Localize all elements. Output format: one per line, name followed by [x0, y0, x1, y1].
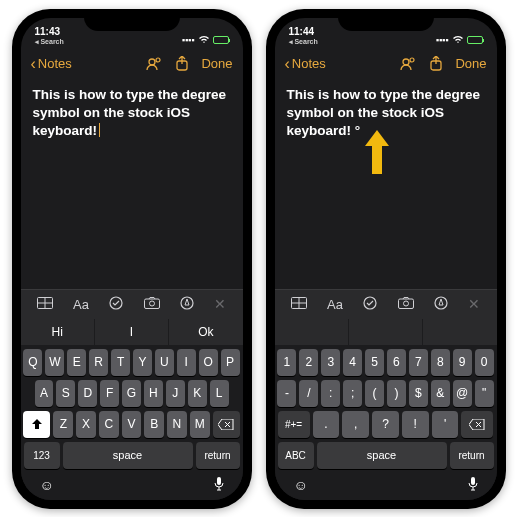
key-t[interactable]: T — [111, 349, 130, 376]
dictation-key[interactable] — [214, 477, 224, 494]
key-f[interactable]: F — [100, 380, 119, 407]
key-c[interactable]: C — [99, 411, 119, 438]
key-x[interactable]: X — [76, 411, 96, 438]
key-dash[interactable]: - — [277, 380, 296, 407]
svg-point-1 — [156, 58, 160, 62]
key-5[interactable]: 5 — [365, 349, 384, 376]
key-a[interactable]: A — [35, 380, 54, 407]
key-l[interactable]: L — [210, 380, 229, 407]
back-button[interactable]: ‹ Notes — [285, 55, 326, 73]
note-editor[interactable]: This is how to type the degree symbol on… — [21, 80, 243, 289]
status-search[interactable]: ◂ Search — [35, 38, 64, 46]
key-slash[interactable]: / — [299, 380, 318, 407]
svg-point-19 — [403, 301, 408, 306]
key-b[interactable]: B — [144, 411, 164, 438]
key-lparen[interactable]: ( — [365, 380, 384, 407]
text-format-icon[interactable]: Aa — [73, 297, 89, 312]
share-icon[interactable] — [429, 56, 443, 72]
done-button[interactable]: Done — [455, 56, 486, 71]
key-z[interactable]: Z — [53, 411, 73, 438]
key-m[interactable]: M — [190, 411, 210, 438]
suggestion-3[interactable] — [423, 319, 496, 345]
key-s[interactable]: S — [56, 380, 75, 407]
key-semicolon[interactable]: ; — [343, 380, 362, 407]
share-icon[interactable] — [175, 56, 189, 72]
mode-key[interactable]: 123 — [24, 442, 60, 469]
key-8[interactable]: 8 — [431, 349, 450, 376]
key-g[interactable]: G — [122, 380, 141, 407]
key-dollar[interactable]: $ — [409, 380, 428, 407]
key-q[interactable]: Q — [23, 349, 42, 376]
markup-icon[interactable] — [434, 296, 448, 313]
symbols-key[interactable]: #+= — [278, 411, 310, 438]
markup-icon[interactable] — [180, 296, 194, 313]
emoji-key[interactable]: ☺ — [294, 477, 308, 494]
signal-icon: ▪▪▪▪ — [182, 35, 195, 45]
key-j[interactable]: J — [166, 380, 185, 407]
shift-key[interactable] — [23, 411, 50, 438]
key-r[interactable]: R — [89, 349, 108, 376]
close-toolbar-icon[interactable]: ✕ — [214, 296, 226, 312]
emoji-key[interactable]: ☺ — [40, 477, 54, 494]
collaborate-icon[interactable] — [145, 56, 163, 72]
key-k[interactable]: K — [188, 380, 207, 407]
camera-icon[interactable] — [398, 297, 414, 312]
key-e[interactable]: E — [67, 349, 86, 376]
key-period[interactable]: . — [313, 411, 340, 438]
key-6[interactable]: 6 — [387, 349, 406, 376]
table-icon[interactable] — [37, 297, 53, 312]
checklist-icon[interactable] — [109, 296, 123, 313]
suggestion-2[interactable]: I — [95, 319, 169, 345]
suggestion-1[interactable]: Hi — [21, 319, 95, 345]
key-n[interactable]: N — [167, 411, 187, 438]
space-key[interactable]: space — [317, 442, 447, 469]
key-exclaim[interactable]: ! — [402, 411, 429, 438]
key-4[interactable]: 4 — [343, 349, 362, 376]
collaborate-icon[interactable] — [399, 56, 417, 72]
key-v[interactable]: V — [122, 411, 142, 438]
key-quote[interactable]: " — [475, 380, 494, 407]
key-w[interactable]: W — [45, 349, 64, 376]
close-toolbar-icon[interactable]: ✕ — [468, 296, 480, 312]
delete-key[interactable] — [461, 411, 493, 438]
status-search[interactable]: ◂ Search — [289, 38, 318, 46]
key-1[interactable]: 1 — [277, 349, 296, 376]
key-amp[interactable]: & — [431, 380, 450, 407]
done-button[interactable]: Done — [201, 56, 232, 71]
key-colon[interactable]: : — [321, 380, 340, 407]
key-comma[interactable]: , — [342, 411, 369, 438]
text-format-icon[interactable]: Aa — [327, 297, 343, 312]
suggestion-3[interactable]: Ok — [169, 319, 242, 345]
table-icon[interactable] — [291, 297, 307, 312]
svg-point-6 — [110, 297, 122, 309]
key-d[interactable]: D — [78, 380, 97, 407]
return-key[interactable]: return — [196, 442, 240, 469]
delete-key[interactable] — [213, 411, 240, 438]
key-h[interactable]: H — [144, 380, 163, 407]
key-u[interactable]: U — [155, 349, 174, 376]
key-7[interactable]: 7 — [409, 349, 428, 376]
key-at[interactable]: @ — [453, 380, 472, 407]
suggestion-1[interactable] — [275, 319, 349, 345]
key-0[interactable]: 0 — [475, 349, 494, 376]
key-i[interactable]: I — [177, 349, 196, 376]
dictation-key[interactable] — [468, 477, 478, 494]
back-button[interactable]: ‹ Notes — [31, 55, 72, 73]
key-p[interactable]: P — [221, 349, 240, 376]
space-key[interactable]: space — [63, 442, 193, 469]
return-key[interactable]: return — [450, 442, 494, 469]
key-o[interactable]: O — [199, 349, 218, 376]
key-apostrophe[interactable]: ' — [432, 411, 459, 438]
camera-icon[interactable] — [144, 297, 160, 312]
mode-key[interactable]: ABC — [278, 442, 314, 469]
key-2[interactable]: 2 — [299, 349, 318, 376]
key-rparen[interactable]: ) — [387, 380, 406, 407]
suggestion-2[interactable] — [349, 319, 423, 345]
checklist-icon[interactable] — [363, 296, 377, 313]
key-y[interactable]: Y — [133, 349, 152, 376]
key-9[interactable]: 9 — [453, 349, 472, 376]
wifi-icon — [198, 35, 210, 46]
note-editor[interactable]: This is how to type the degree symbol on… — [275, 80, 497, 289]
key-3[interactable]: 3 — [321, 349, 340, 376]
key-question[interactable]: ? — [372, 411, 399, 438]
